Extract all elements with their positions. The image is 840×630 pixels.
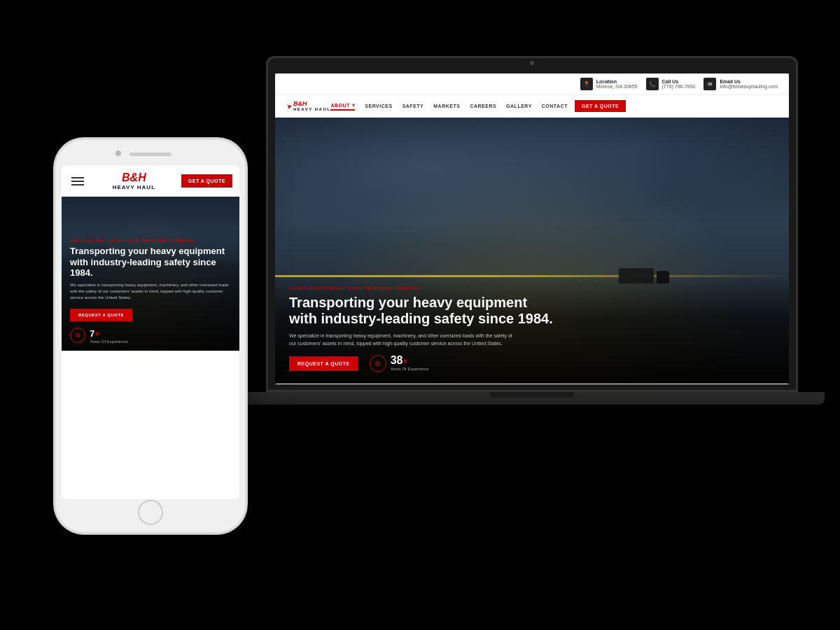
laptop-screen: 📍 Location Monroe, GA 30655 📞 Call Us (7…	[275, 74, 789, 384]
phone-hero-description: We specialize in transporting heavy equi…	[70, 282, 231, 301]
hero-clouds	[275, 118, 789, 277]
site-nav: ➤ B&H HEAVY HAUL ABOUT SERVICES SAFETY M…	[275, 95, 789, 118]
site-header-top: 📍 Location Monroe, GA 30655 📞 Call Us (7…	[275, 74, 789, 95]
phone-stat-info: 7+ Years Of Experience	[90, 327, 128, 344]
phone-stat-icon: ⚙	[70, 328, 85, 343]
phone-menu-button[interactable]	[69, 174, 87, 188]
phone: B&H HEAVY HAUL GET A QUOTE ASSET-BASED H…	[56, 140, 245, 532]
header-location: 📍 Location Monroe, GA 30655	[580, 78, 638, 90]
stat-icon: ⚙	[370, 355, 386, 372]
location-label: Location	[596, 79, 638, 84]
stat-number: 38	[391, 354, 403, 366]
email-label: Email Us	[720, 79, 778, 84]
nav-contact[interactable]: CONTACT	[542, 104, 568, 108]
logo-text-block: B&H HEAVY HAUL	[293, 101, 330, 111]
hero-title: Transporting your heavy equipment with i…	[289, 295, 555, 327]
site-logo: ➤ B&H HEAVY HAUL	[286, 101, 330, 111]
laptop-body: 📍 Location Monroe, GA 30655 📞 Call Us (7…	[266, 56, 798, 392]
nav-links: ABOUT SERVICES SAFETY MARKETS CAREERS GA…	[330, 102, 568, 111]
menu-line-1	[71, 177, 84, 178]
location-icon: 📍	[580, 78, 593, 90]
stat-label: Years Of Experience	[391, 367, 429, 372]
email-value: info@bhheavyhauling.com	[720, 84, 778, 89]
phone-logo: B&H HEAVY HAUL	[113, 172, 155, 190]
nav-careers[interactable]: CAREERS	[470, 104, 496, 108]
laptop-notch	[490, 392, 574, 398]
nav-safety[interactable]: SAFETY	[402, 104, 424, 108]
phone-hero-content: ASSET-BASED HEAVY HAUL TRUCKING COMPANY …	[62, 232, 239, 351]
hero-tag: ASSET-BASED HEAVY HAUL TRUCKING COMPANY	[289, 286, 775, 290]
stat-plus: +	[402, 356, 407, 366]
hero-description: We specialize in transporting heavy equi…	[289, 332, 513, 347]
phone-nav: B&H HEAVY HAUL GET A QUOTE	[62, 166, 239, 197]
hero-stat: ⚙ 38+ Years Of Experience	[370, 354, 429, 372]
phone-home-button[interactable]	[138, 500, 163, 525]
site-hero: ASSET-BASED HEAVY HAUL TRUCKING COMPANY …	[275, 118, 789, 384]
phone-camera	[115, 150, 121, 156]
header-email: ✉ Email Us info@bhheavyhauling.com	[704, 78, 778, 90]
nav-markets[interactable]: MARKETS	[433, 104, 460, 108]
stat-details: 38+ Years Of Experience	[391, 354, 429, 372]
phone-speaker	[130, 153, 172, 156]
phone-hero: ASSET-BASED HEAVY HAUL TRUCKING COMPANY …	[62, 197, 239, 351]
phone-screen: B&H HEAVY HAUL GET A QUOTE ASSET-BASED H…	[62, 166, 239, 499]
phone-stat-number-row: 7+	[90, 327, 128, 340]
phone-logo-sub: HEAVY HAUL	[113, 184, 155, 190]
phone-icon: 📞	[646, 78, 659, 90]
nav-services[interactable]: SERVICES	[365, 104, 392, 108]
phone-cta-button[interactable]: GET A QUOTE	[181, 174, 232, 188]
laptop-camera	[530, 61, 534, 65]
nav-gallery[interactable]: GALLERY	[506, 104, 532, 108]
call-value: (770) 786-7892	[662, 84, 696, 89]
laptop-base	[239, 392, 825, 405]
call-label: Call Us	[662, 79, 696, 84]
logo-arrow-icon: ➤	[286, 102, 293, 110]
phone-hero-title: Transporting your heavy equipment with i…	[70, 246, 231, 279]
phone-stat-label: Years Of Experience	[90, 340, 128, 344]
header-call: 📞 Call Us (770) 786-7892	[646, 78, 696, 90]
phone-hero-stat: ⚙ 7+ Years Of Experience	[70, 327, 231, 344]
logo-sub: HEAVY HAUL	[293, 107, 330, 111]
phone-hero-cta-button[interactable]: REQUEST A QUOTE	[70, 309, 132, 321]
nav-about[interactable]: ABOUT	[330, 102, 355, 111]
phone-logo-brand: B&H	[122, 172, 146, 184]
phone-stat-plus: +	[94, 328, 100, 339]
hero-actions: REQUEST A QUOTE ⚙ 38+ Years Of Experienc…	[289, 354, 775, 372]
menu-line-2	[71, 181, 84, 182]
logo-brand: B&H	[293, 101, 330, 107]
laptop: 📍 Location Monroe, GA 30655 📞 Call Us (7…	[266, 56, 798, 420]
email-icon: ✉	[704, 78, 716, 90]
location-value: Monroe, GA 30655	[596, 84, 638, 89]
phone-frame: B&H HEAVY HAUL GET A QUOTE ASSET-BASED H…	[56, 140, 245, 532]
hero-cta-button[interactable]: REQUEST A QUOTE	[289, 356, 358, 371]
hero-content: ASSET-BASED HEAVY HAUL TRUCKING COMPANY …	[275, 275, 789, 384]
phone-hero-tag: ASSET-BASED HEAVY HAUL TRUCKING COMPANY	[70, 239, 231, 243]
stat-number-row: 38+	[391, 354, 429, 367]
menu-line-3	[71, 184, 84, 186]
nav-cta-button[interactable]: GET A QUOTE	[575, 100, 626, 112]
devices-container: 📍 Location Monroe, GA 30655 📞 Call Us (7…	[0, 0, 840, 630]
